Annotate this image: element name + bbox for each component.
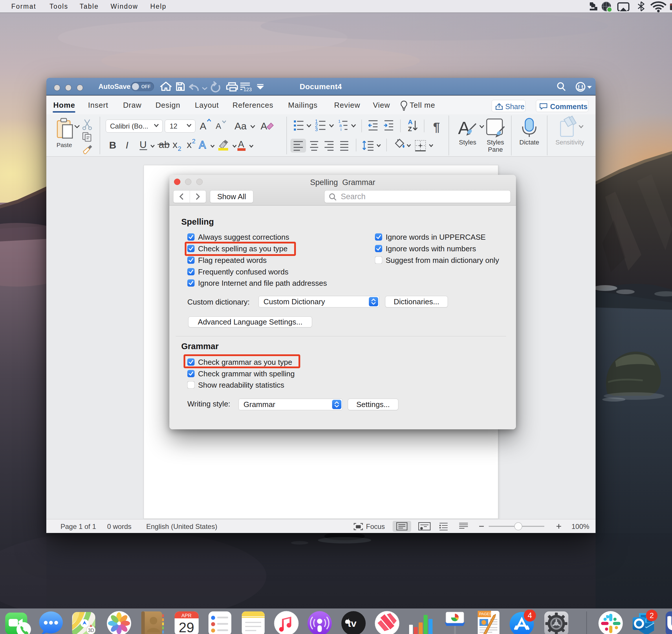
svg-text:29: 29 (178, 620, 194, 634)
svg-text:Z: Z (408, 125, 412, 132)
svg-text:3D: 3D (88, 628, 94, 633)
svg-text:2: 2 (650, 611, 654, 620)
svg-text:x: x (172, 139, 177, 150)
svg-text:I: I (126, 140, 128, 150)
svg-text:A: A (200, 120, 207, 131)
svg-text:PAGES: PAGES (479, 612, 492, 616)
svg-text:APR: APR (182, 613, 192, 618)
svg-text:B: B (109, 140, 116, 150)
svg-text:x: x (187, 139, 192, 150)
svg-text:i: i (340, 127, 341, 132)
svg-text:2: 2 (178, 145, 181, 152)
svg-text:¶: ¶ (433, 120, 440, 134)
svg-text:A: A (238, 139, 244, 149)
svg-text:A: A (199, 139, 206, 151)
svg-text:A: A (261, 120, 267, 131)
svg-text:123: 123 (243, 87, 251, 92)
svg-text:U: U (140, 139, 147, 150)
svg-text:3: 3 (315, 127, 318, 132)
svg-text:Aa: Aa (235, 120, 247, 131)
svg-text:A: A (216, 122, 221, 130)
svg-text:4: 4 (528, 611, 532, 620)
svg-text:A: A (408, 118, 413, 126)
svg-text:2: 2 (192, 138, 195, 145)
